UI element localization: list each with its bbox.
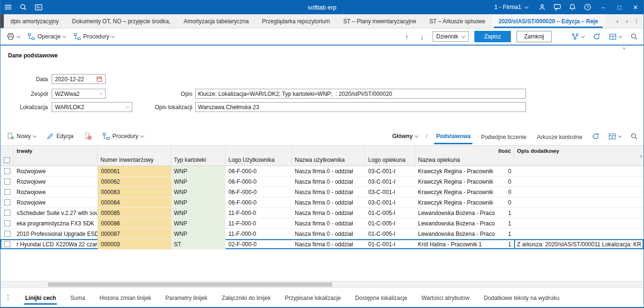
journal-select[interactable]: Dziennik bbox=[433, 31, 469, 42]
document-tab[interactable]: ST – Arkusze spisowe bbox=[423, 14, 492, 28]
cell-logo-opiekuna: 03-C-001-I bbox=[365, 187, 415, 197]
data-date-input[interactable]: 2020-12-22 bbox=[52, 74, 106, 84]
row-checkbox[interactable] bbox=[4, 178, 10, 185]
grid-subtab[interactable]: Arkusze kontrolne bbox=[535, 129, 584, 144]
operacje-label: Operacje bbox=[37, 33, 61, 40]
column-header-srodek-trwaly[interactable]: trwały bbox=[14, 146, 98, 166]
lokalizacja-label: Lokalizacja bbox=[5, 104, 48, 111]
calendar-icon bbox=[96, 76, 102, 82]
grid-subtab[interactable]: Podwójne liczenie bbox=[479, 129, 528, 144]
lokalizacja-select[interactable]: WAR/LOK2 bbox=[52, 102, 132, 112]
cell-opis-dodatkowy bbox=[514, 218, 644, 228]
row-checkbox[interactable] bbox=[4, 241, 10, 247]
bottom-tabs-menu-icon[interactable]: ⋮ bbox=[4, 294, 12, 301]
column-header-numer-inwentarzowy[interactable]: Numer inwentarzowy bbox=[98, 146, 171, 166]
minimize-button[interactable]: – bbox=[595, 0, 611, 14]
print-button[interactable] bbox=[5, 32, 21, 41]
move-up-icon[interactable]: ↑ bbox=[402, 33, 412, 41]
column-header-logo-uzytkownika[interactable]: Logo Użytkownika bbox=[226, 146, 292, 166]
table-row[interactable]: eka programistyczna FX3 SDK 000086 WNP 1… bbox=[0, 218, 644, 229]
glowny-view-select[interactable]: Główny bbox=[391, 132, 419, 140]
row-checkbox[interactable] bbox=[4, 189, 10, 195]
tabs-overflow-menu-icon[interactable]: ⋮ bbox=[632, 18, 641, 25]
document-tab[interactable]: Amortyzacja tabelaryczna bbox=[177, 14, 255, 28]
help-icon[interactable]: ? bbox=[580, 0, 595, 14]
table-row[interactable]: r Hyundai LCD X220Wa 22 czarr 000003 ST … bbox=[0, 239, 644, 250]
toolbar-search-icon[interactable] bbox=[629, 29, 639, 44]
opis-input[interactable] bbox=[195, 89, 526, 99]
document-tab[interactable]: Dokumenty OT, NO – przyjęcie środka, bbox=[65, 14, 177, 28]
move-down-icon[interactable]: ↓ bbox=[417, 33, 427, 41]
row-checkbox[interactable] bbox=[4, 199, 10, 205]
panel-collapse-chevron[interactable] bbox=[622, 46, 626, 49]
row-checkbox[interactable] bbox=[4, 220, 10, 226]
table-row[interactable]: Rozwojowe 000061 WNP 06-F-000-0 Nasza fi… bbox=[0, 166, 644, 177]
column-header-nazwa-uzytkownika[interactable]: Nazwa użytkownika bbox=[292, 146, 365, 166]
bottom-tab[interactable]: Dodatkowe teksty na wydruku bbox=[483, 289, 560, 306]
column-header-nazwa-opiekuna[interactable]: Nazwa opiekuna bbox=[415, 146, 499, 166]
close-document-button[interactable]: Zamknij bbox=[517, 31, 552, 42]
column-header-ilosc[interactable]: Ilość bbox=[499, 146, 514, 166]
bottom-tab[interactable]: Suma bbox=[69, 289, 86, 306]
opis-lokalizacji-input[interactable] bbox=[195, 102, 526, 112]
row-checkbox[interactable] bbox=[4, 231, 10, 237]
grid-search-icon[interactable] bbox=[629, 129, 639, 143]
zespol-select[interactable]: WZWwa2 bbox=[52, 89, 106, 99]
horizontal-scrollbar[interactable] bbox=[0, 281, 644, 287]
document-tab[interactable]: Przeglądarka repozytorium bbox=[255, 14, 336, 28]
save-button[interactable]: Zapisz bbox=[474, 31, 511, 42]
close-button[interactable]: ✕ bbox=[627, 0, 644, 14]
operacje-menu-button[interactable]: Operacje bbox=[26, 32, 67, 41]
document-tab-strip: dpis amortyzacyjny Dokumenty OT, NO – pr… bbox=[0, 14, 644, 28]
procedury-menu-button[interactable]: Procedury bbox=[72, 32, 116, 41]
column-header-logo-opiekuna[interactable]: Logo opiekuna bbox=[365, 146, 415, 166]
grid-procedury-button[interactable]: Procedury bbox=[101, 131, 145, 141]
bottom-tab[interactable]: Załączniki do linijek bbox=[221, 289, 272, 306]
bottom-tab[interactable]: Wartości atrybutów bbox=[420, 289, 471, 306]
cell-srodek-trwaly: 2010 Professional Upgrade ESD bbox=[14, 229, 98, 239]
delete-row-icon[interactable] bbox=[82, 131, 93, 141]
chevron-down-icon bbox=[618, 133, 622, 137]
row-checkbox[interactable] bbox=[4, 168, 10, 174]
maximize-button[interactable]: □ bbox=[611, 0, 627, 14]
grid-layout-button[interactable] bbox=[607, 132, 623, 141]
bottom-tab[interactable]: Parametry linijek bbox=[164, 289, 209, 306]
table-row[interactable]: Rozwojowe 000063 WNP 06-F-000-0 Nasza fi… bbox=[0, 187, 644, 197]
company-selector[interactable]: 1 - Firma1 bbox=[490, 4, 535, 10]
search-icon[interactable] bbox=[16, 0, 31, 14]
bottom-tab[interactable]: Dostępne lokalizacje bbox=[354, 289, 408, 306]
nowy-button[interactable]: Nowy bbox=[5, 131, 37, 141]
table-row[interactable]: 2010 Professional Upgrade ESD 000087 WNP… bbox=[0, 229, 644, 239]
row-checkbox[interactable] bbox=[4, 210, 10, 216]
bottom-tab[interactable]: Linijki cech bbox=[24, 289, 57, 306]
refresh-icon[interactable] bbox=[592, 29, 601, 44]
menu-icon[interactable] bbox=[0, 0, 16, 14]
bell-icon[interactable] bbox=[565, 0, 580, 14]
select-all-checkbox[interactable] bbox=[4, 157, 10, 163]
table-row[interactable]: Rozwojowe 000064 WNP 06-F-000-0 Nasza fi… bbox=[0, 197, 644, 208]
scrollbar-thumb[interactable] bbox=[48, 282, 332, 287]
document-tab[interactable]: dpis amortyzacyjny bbox=[4, 14, 65, 28]
grid-subtab[interactable]: Podstawowa bbox=[434, 128, 472, 144]
bottom-tab[interactable]: Przypisane lokalizacje bbox=[284, 289, 342, 306]
document-tab[interactable]: 2020/stAS/ST/000020 – Edycja – Reje bbox=[492, 14, 605, 28]
table-row[interactable]: Rozwojowe 000062 WNP 06-F-000-0 Nasza fi… bbox=[0, 177, 644, 187]
cell-srodek-trwaly: eka programistyczna FX3 SDK bbox=[14, 218, 98, 228]
news-panel-icon[interactable] bbox=[31, 0, 46, 14]
document-tab[interactable]: ST – Plany inwentaryzacyjne bbox=[336, 14, 423, 28]
header-collapse-icon[interactable]: ‹ bbox=[640, 152, 642, 159]
column-header-opis-dodatkowy[interactable]: Opis dodatkowy bbox=[514, 146, 644, 166]
cell-logo-uzytkownika: 11-F-000-0 bbox=[226, 208, 292, 218]
grid-settings-button[interactable] bbox=[608, 32, 623, 41]
tabs-scroll-right-icon[interactable]: › bbox=[623, 18, 631, 25]
column-header-typ-kartoteki[interactable]: Typ kartoteki bbox=[171, 146, 226, 166]
workflow-button[interactable] bbox=[570, 32, 586, 41]
tabs-scroll-left-icon[interactable]: ‹ bbox=[613, 18, 622, 25]
edycja-button[interactable]: Edycja bbox=[45, 131, 75, 141]
bottom-tab[interactable]: Historia zmian linijek bbox=[99, 289, 152, 306]
grid-refresh-icon[interactable] bbox=[591, 129, 600, 143]
user-icon[interactable] bbox=[535, 0, 550, 14]
cell-nazwa-opiekuna: Lewandowska Bożena - Praco bbox=[415, 218, 499, 228]
table-row[interactable]: sScheduler Suite v.2.27 with sou 000085 … bbox=[0, 208, 644, 218]
chat-icon[interactable] bbox=[550, 0, 565, 14]
